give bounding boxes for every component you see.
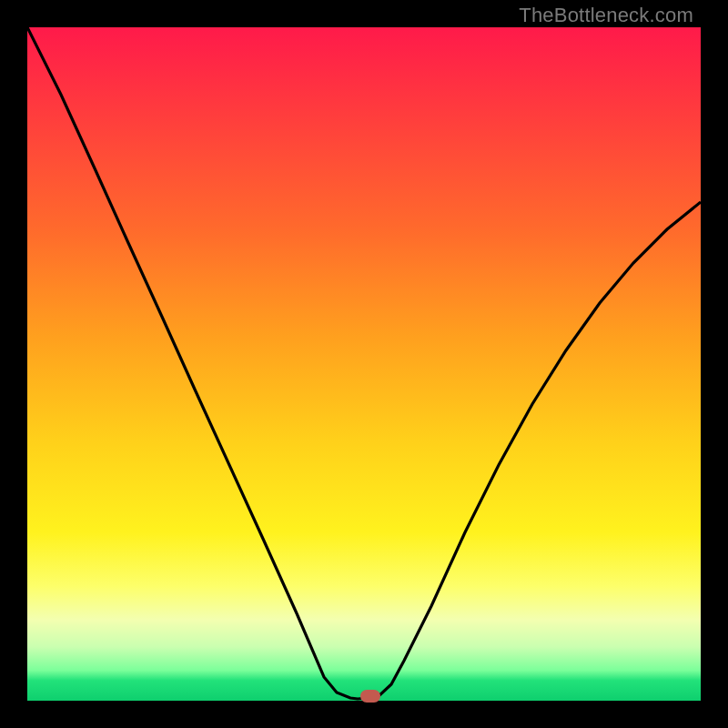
curve-path [27,27,701,699]
plot-area [27,27,701,701]
optimum-marker [360,690,380,703]
bottleneck-curve [27,27,701,701]
watermark-text: TheBottleneck.com [519,4,693,27]
chart-frame: TheBottleneck.com [0,0,728,728]
